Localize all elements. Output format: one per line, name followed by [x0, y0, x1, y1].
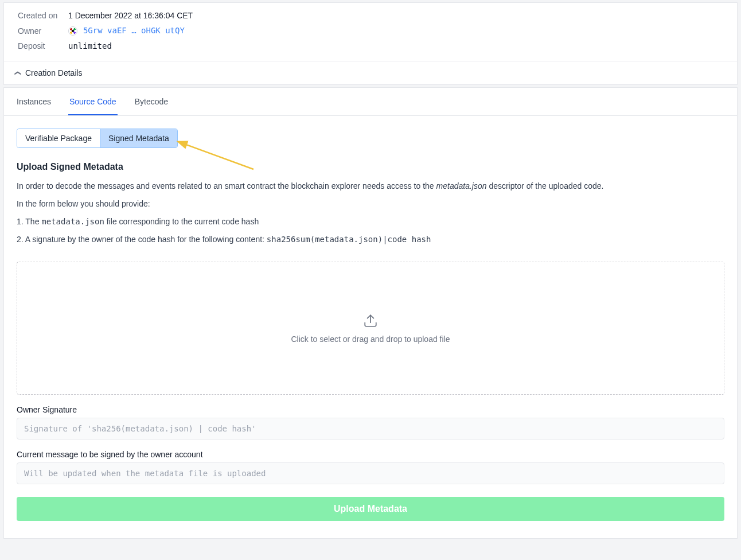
subtab-signed-metadata[interactable]: Signed Metadata	[100, 129, 177, 147]
creation-details-label: Creation Details	[25, 68, 83, 77]
contract-details-panel: Created on 1 December 2022 at 16:36:04 C…	[3, 2, 738, 85]
tabs: Instances Source Code Bytecode	[4, 88, 737, 116]
step2-code: sha256sum(metadata.json)|code hash	[267, 235, 431, 244]
owner-value: 5Grw vaEF … oHGK utQY	[68, 26, 185, 36]
detail-row-owner: Owner 5Grw vaEF … oHGK utQY	[18, 26, 726, 36]
form-intro: In the form below you should provide:	[17, 198, 724, 210]
subtabs: Verifiable Package Signed Metadata	[17, 129, 178, 148]
tab-instances[interactable]: Instances	[15, 88, 52, 115]
source-code-content: Verifiable Package Signed Metadata Uploa…	[4, 116, 737, 538]
created-on-value: 1 December 2022 at 16:36:04 CET	[68, 11, 193, 20]
step1-code: metadata.json	[41, 217, 104, 226]
file-dropzone[interactable]: Click to select or drag and drop to uplo…	[17, 262, 724, 395]
intro-em: metadata.json	[436, 181, 487, 190]
detail-row-created: Created on 1 December 2022 at 16:36:04 C…	[18, 11, 726, 20]
step2-pre: 2. A signature by the owner of the code …	[17, 235, 267, 244]
owner-label: Owner	[18, 26, 68, 36]
intro-pre: In order to decode the messages and even…	[17, 181, 436, 190]
upload-title: Upload Signed Metadata	[17, 162, 724, 172]
upload-metadata-button[interactable]: Upload Metadata	[17, 497, 724, 521]
step-2: 2. A signature by the owner of the code …	[17, 234, 724, 246]
subtab-verifiable-package[interactable]: Verifiable Package	[17, 129, 100, 147]
step1-pre: 1. The	[17, 217, 41, 226]
deposit-value: unlimited	[68, 41, 112, 50]
dropzone-text: Click to select or drag and drop to uplo…	[291, 335, 450, 344]
current-message-label: Current message to be signed by the owne…	[17, 450, 724, 459]
tab-bytecode[interactable]: Bytecode	[134, 88, 169, 115]
intro-post: descriptor of the uploaded code.	[487, 181, 604, 190]
creation-details-toggle[interactable]: ❮ Creation Details	[4, 61, 737, 84]
tab-source-code[interactable]: Source Code	[68, 88, 118, 115]
details-section: Created on 1 December 2022 at 16:36:04 C…	[4, 3, 737, 61]
step1-post: file corresponding to the current code h…	[104, 217, 259, 226]
upload-icon	[363, 313, 378, 330]
owner-signature-input[interactable]	[17, 418, 724, 440]
intro-text: In order to decode the messages and even…	[17, 180, 724, 192]
code-panel: Instances Source Code Bytecode Verifiabl…	[3, 87, 738, 539]
detail-row-deposit: Deposit unlimited	[18, 41, 726, 50]
owner-signature-label: Owner Signature	[17, 405, 724, 414]
owner-link[interactable]: 5Grw vaEF … oHGK utQY	[83, 26, 185, 35]
deposit-label: Deposit	[18, 41, 68, 50]
current-message-input[interactable]	[17, 462, 724, 484]
chevron-down-icon: ❮	[14, 71, 22, 76]
step-1: 1. The metadata.json file corresponding …	[17, 216, 724, 228]
identicon-icon	[68, 26, 77, 36]
upload-description: In order to decode the messages and even…	[17, 180, 724, 246]
created-on-label: Created on	[18, 11, 68, 20]
